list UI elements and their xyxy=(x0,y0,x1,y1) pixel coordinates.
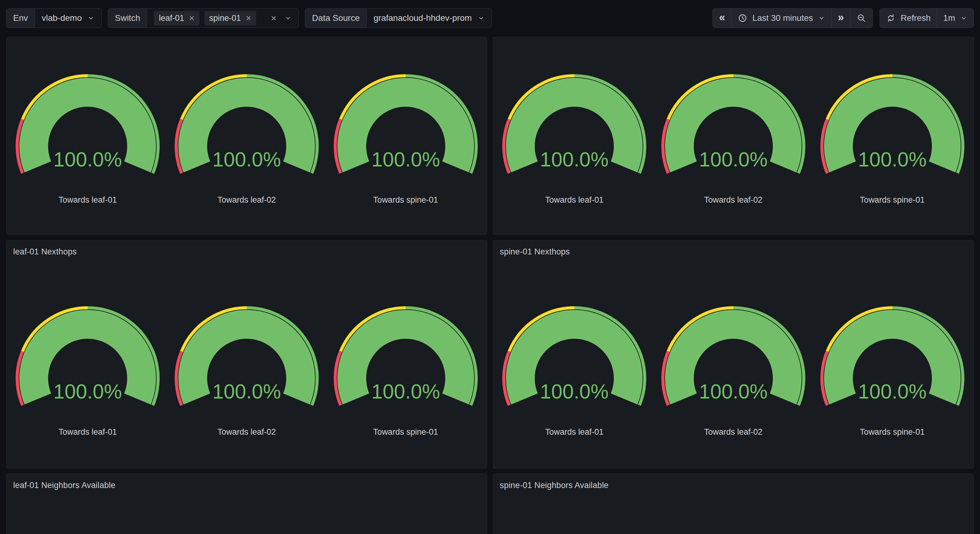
gauge: 100.0%Towards leaf-02 xyxy=(654,302,813,437)
panel-title[interactable]: spine-01 Neighbors Available xyxy=(493,474,974,491)
gauge: 100.0%Towards leaf-02 xyxy=(167,302,326,437)
switch-chip[interactable]: leaf-01× xyxy=(154,11,199,26)
chip-label: leaf-01 xyxy=(159,13,184,23)
chip-remove-icon[interactable]: × xyxy=(246,13,251,23)
gauge: 100.0%Towards leaf-02 xyxy=(167,70,326,205)
variable-switch: Switch leaf-01×spine-01× × xyxy=(108,8,299,28)
clock-icon xyxy=(738,13,748,23)
gauge: 100.0%Towards leaf-01 xyxy=(495,302,654,437)
refresh-group: Refresh 1m xyxy=(880,8,974,28)
gauge-value: 100.0% xyxy=(53,380,122,403)
gauge-chart: 100.0% xyxy=(170,302,323,409)
time-shift-back-button[interactable]: « xyxy=(713,9,732,27)
gauge-row: 100.0%Towards leaf-01100.0%Towards leaf-… xyxy=(493,257,974,437)
panel-leaf-01-neighbors-available: leaf-01 Neighbors Available xyxy=(6,473,487,534)
gauge: 100.0%Towards leaf-01 xyxy=(495,70,654,205)
switch-chip[interactable]: spine-01× xyxy=(204,11,256,26)
chevron-down-icon xyxy=(285,14,292,22)
gauge-value: 100.0% xyxy=(212,380,281,403)
gauge-value: 100.0% xyxy=(540,148,609,171)
variable-datasource-value: grafanacloud-hhdev-prom xyxy=(374,13,472,23)
gauge-chart: 100.0% xyxy=(498,70,651,177)
switch-chips: leaf-01×spine-01× xyxy=(154,11,261,26)
gauge-label: Towards leaf-01 xyxy=(545,427,604,437)
panel-title[interactable]: leaf-01 Nexthops xyxy=(6,240,487,257)
gauge-label: Towards spine-01 xyxy=(373,195,438,205)
gauge-value: 100.0% xyxy=(699,148,768,171)
refresh-interval-value: 1m xyxy=(943,13,955,23)
gauge: 100.0%Towards spine-01 xyxy=(813,302,972,437)
gauge-chart: 100.0% xyxy=(170,70,323,177)
gauge: 100.0%Towards leaf-01 xyxy=(8,302,167,437)
gauge-value: 100.0% xyxy=(540,380,609,403)
chevron-down-icon xyxy=(818,14,825,22)
gauge: 100.0%Towards spine-01 xyxy=(326,70,485,205)
double-chevron-left-icon: « xyxy=(719,12,725,24)
refresh-icon xyxy=(886,13,896,23)
double-chevron-right-icon: » xyxy=(838,12,844,24)
gauge-row: 100.0%Towards leaf-01100.0%Towards leaf-… xyxy=(493,37,974,205)
chip-label: spine-01 xyxy=(209,13,241,23)
variable-datasource-select[interactable]: grafanacloud-hhdev-prom xyxy=(367,9,492,27)
gauge-chart: 100.0% xyxy=(11,302,164,409)
gauge-label: Towards leaf-01 xyxy=(59,427,117,437)
time-controls: « Last 30 minutes » Refresh 1m xyxy=(713,8,974,28)
gauge-chart: 100.0% xyxy=(11,70,164,177)
zoom-out-button[interactable] xyxy=(850,9,872,27)
panel-untitled-2: 100.0%Towards leaf-01100.0%Towards leaf-… xyxy=(493,37,974,235)
gauge-label: Towards spine-01 xyxy=(860,195,925,205)
chip-remove-icon[interactable]: × xyxy=(189,13,194,23)
variable-env-select[interactable]: vlab-demo xyxy=(35,9,102,27)
gauge-value: 100.0% xyxy=(699,380,768,403)
gauge-row xyxy=(6,491,487,534)
panel-leaf-01-nexthops: leaf-01 Nexthops 100.0%Towards leaf-0110… xyxy=(6,240,487,469)
gauge-value: 100.0% xyxy=(371,148,440,171)
variable-datasource: Data Source grafanacloud-hhdev-prom xyxy=(305,8,492,28)
gauge-row xyxy=(493,491,974,534)
gauge: 100.0%Towards leaf-02 xyxy=(654,70,813,205)
gauge-chart: 100.0% xyxy=(816,302,969,409)
gauge-value: 100.0% xyxy=(371,380,440,403)
variable-datasource-label: Data Source xyxy=(305,9,367,27)
refresh-button[interactable]: Refresh xyxy=(880,9,937,27)
chevron-down-icon xyxy=(477,14,485,22)
gauge-label: Towards leaf-02 xyxy=(704,427,763,437)
gauge-label: Towards leaf-02 xyxy=(704,195,763,205)
gauge-chart: 100.0% xyxy=(816,70,969,177)
variable-switch-label: Switch xyxy=(108,9,147,27)
gauge: 100.0%Towards leaf-01 xyxy=(8,70,167,205)
gauge-chart: 100.0% xyxy=(498,302,651,409)
gauge-label: Towards leaf-01 xyxy=(59,195,117,205)
gauge: 100.0%Towards spine-01 xyxy=(326,302,485,437)
gauge-label: Towards leaf-01 xyxy=(545,195,604,205)
gauge-chart: 100.0% xyxy=(329,70,482,177)
chevron-down-icon xyxy=(88,14,95,22)
time-shift-forward-button[interactable]: » xyxy=(832,9,850,27)
time-range-button[interactable]: Last 30 minutes xyxy=(732,9,832,27)
chevron-down-icon xyxy=(960,14,967,22)
panel-spine-01-neighbors-available: spine-01 Neighbors Available xyxy=(493,473,974,534)
variable-switch-select[interactable]: leaf-01×spine-01× × xyxy=(147,9,299,27)
variable-env-label: Env xyxy=(6,9,35,27)
time-range-label: Last 30 minutes xyxy=(752,13,813,23)
gauge-label: Towards leaf-02 xyxy=(218,195,276,205)
time-range-group: « Last 30 minutes » xyxy=(713,8,873,28)
panel-spine-01-nexthops: spine-01 Nexthops 100.0%Towards leaf-011… xyxy=(493,240,974,469)
gauge-chart: 100.0% xyxy=(329,302,482,409)
panel-untitled-1: 100.0%Towards leaf-01100.0%Towards leaf-… xyxy=(6,37,487,235)
refresh-label: Refresh xyxy=(900,13,931,23)
gauge-label: Towards spine-01 xyxy=(373,427,438,437)
gauge-row: 100.0%Towards leaf-01100.0%Towards leaf-… xyxy=(6,257,487,437)
panel-title[interactable]: spine-01 Nexthops xyxy=(493,240,974,257)
panel-title[interactable]: leaf-01 Neighbors Available xyxy=(6,474,487,491)
gauge: 100.0%Towards spine-01 xyxy=(813,70,972,205)
refresh-interval-button[interactable]: 1m xyxy=(937,9,974,27)
variable-env-value: vlab-demo xyxy=(42,13,82,23)
gauge-label: Towards leaf-02 xyxy=(218,427,276,437)
gauge-row: 100.0%Towards leaf-01100.0%Towards leaf-… xyxy=(6,37,487,205)
gauge-value: 100.0% xyxy=(858,148,927,171)
gauge-value: 100.0% xyxy=(212,148,281,171)
dashboard-toolbar: Env vlab-demo Switch leaf-01×spine-01× ×… xyxy=(0,0,980,36)
gauge-label: Towards spine-01 xyxy=(860,427,925,437)
clear-all-icon[interactable]: × xyxy=(271,13,277,23)
